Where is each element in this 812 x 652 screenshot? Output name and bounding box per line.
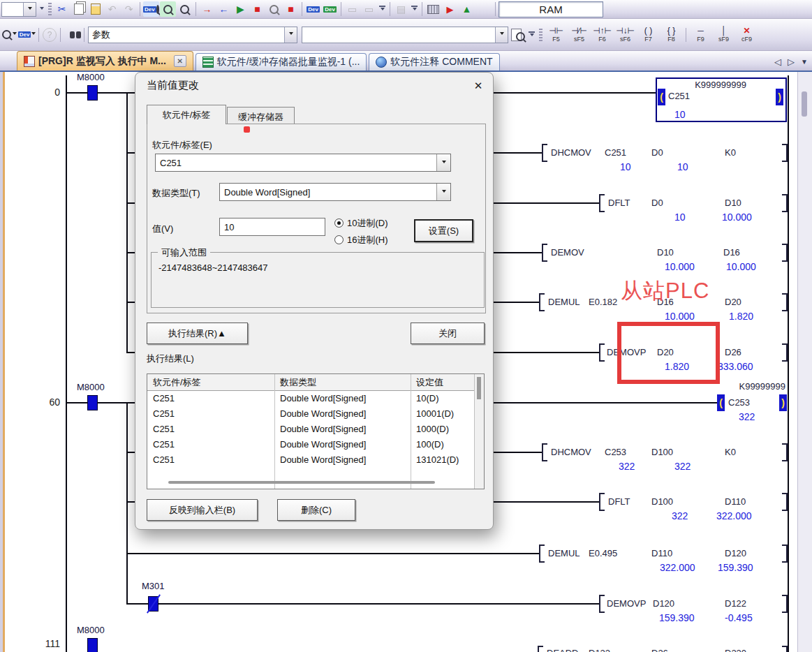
- redo-icon[interactable]: ↷: [121, 1, 137, 17]
- reflect-to-input-button[interactable]: 反映到输入栏(B): [147, 499, 258, 521]
- buffer-search-icon[interactable]: [177, 1, 193, 17]
- contact-m8000-on[interactable]: [87, 85, 98, 101]
- radio-hexadecimal-label[interactable]: 16进制(H): [347, 234, 388, 246]
- table-row[interactable]: C251Double Word[Signed]10(D): [147, 391, 474, 406]
- program-icon: [24, 56, 35, 67]
- table-horizontal-scrollbar[interactable]: [168, 481, 435, 484]
- tab-device-label[interactable]: 软元件/标签: [147, 105, 226, 124]
- toolbar-overflow[interactable]: [378, 2, 387, 16]
- monitor-value: 322: [674, 461, 691, 472]
- scrollbar-thumb[interactable]: [477, 377, 481, 399]
- tab-scroll-left-icon[interactable]: ◁: [774, 57, 781, 67]
- toolbar-overflow[interactable]: [527, 28, 536, 42]
- table-row[interactable]: C251Double Word[Signed]131021(D): [147, 452, 474, 468]
- table-row[interactable]: C251Double Word[Signed]1000(D): [147, 422, 474, 437]
- tab-close-icon[interactable]: ✕: [174, 55, 186, 67]
- jump-next-icon[interactable]: →: [199, 1, 215, 17]
- error-check-icon[interactable]: ▲: [459, 1, 475, 17]
- fkey-horizontal-line[interactable]: ─F9: [690, 22, 711, 48]
- undo-icon[interactable]: ↶: [104, 1, 120, 17]
- device-search-icon[interactable]: Dev: [143, 1, 159, 17]
- coil-close-paren: ): [776, 89, 783, 105]
- dropdown-button[interactable]: [495, 27, 508, 43]
- jump-prev-icon[interactable]: ←: [216, 1, 232, 17]
- rung-number: 111: [21, 638, 60, 649]
- tab-device-comment[interactable]: 软元件注释 COMMENT: [369, 53, 499, 71]
- toolbar-combo-stub[interactable]: [1, 2, 36, 17]
- table-vertical-scrollbar[interactable]: [474, 374, 484, 489]
- copy-icon[interactable]: [71, 1, 87, 17]
- execution-result-table[interactable]: 软元件/标签 数据类型 设定值 C251Double Word[Signed]1…: [147, 373, 485, 489]
- tool-dropdown-icon[interactable]: [1, 27, 17, 43]
- keyboard-icon[interactable]: [425, 1, 441, 17]
- fkey-delete-line[interactable]: ✕cF9: [736, 22, 758, 48]
- device-on-icon[interactable]: Dev: [305, 1, 321, 17]
- paste-icon[interactable]: [87, 1, 103, 17]
- tab-prg-monitor[interactable]: [PRG]R 监视写入 执行中 M... ✕: [17, 51, 193, 71]
- instr-operand: E0.495: [589, 548, 617, 558]
- device-combobox[interactable]: C251: [155, 154, 451, 172]
- datatype-combobox[interactable]: Double Word[Signed]: [219, 183, 451, 201]
- delete-button[interactable]: 删除(C): [277, 499, 355, 521]
- radio-decimal-label[interactable]: 10进制(D): [347, 217, 388, 230]
- table-row[interactable]: C251Double Word[Signed]100(D): [147, 437, 474, 452]
- tab-buffer-memory[interactable]: 缓冲存储器: [227, 107, 295, 124]
- column-header-datatype[interactable]: 数据类型: [274, 374, 411, 391]
- radio-hexadecimal[interactable]: [334, 235, 344, 244]
- help-icon[interactable]: ?: [43, 28, 57, 42]
- dropdown-button[interactable]: [436, 154, 450, 171]
- tab-list-icon[interactable]: ▼: [801, 58, 808, 66]
- fkey-application-instruction[interactable]: { }F8: [660, 22, 682, 48]
- fkey-close-contact[interactable]: ⊣∕⊢sF5: [568, 22, 590, 48]
- dropdown-button[interactable]: [436, 184, 450, 200]
- column-header-device[interactable]: 软元件/标签: [147, 374, 274, 391]
- comment-icon[interactable]: ▭: [344, 1, 360, 17]
- tab-device-batch-monitor[interactable]: 软元件/缓冲存储器批量监视-1 (...: [195, 53, 367, 71]
- set-button[interactable]: 设置(S): [414, 219, 473, 242]
- fkey-vertical-line[interactable]: │sF9: [713, 22, 735, 48]
- branch-tool-icon[interactable]: ▤: [393, 1, 409, 17]
- column-header-setvalue[interactable]: 设定值: [411, 374, 475, 391]
- ladder-scrollbar[interactable]: [797, 72, 812, 652]
- value-input[interactable]: 10: [219, 218, 325, 236]
- instr-operand: K0: [725, 447, 736, 457]
- dropdown-button[interactable]: [284, 27, 297, 43]
- dropdown-button[interactable]: [23, 3, 36, 16]
- find-target-combobox[interactable]: 参数: [88, 27, 297, 43]
- device-find-dropdown-icon[interactable]: Dev: [19, 27, 35, 43]
- fkey-pulse-contact[interactable]: ⊣↑⊢F6: [591, 22, 613, 48]
- fkey-open-contact[interactable]: ⊣⊢F5: [545, 22, 567, 48]
- contact-m8000-on[interactable]: [87, 638, 98, 652]
- tab-scroll-right-icon[interactable]: ▷: [788, 57, 795, 67]
- scrollbar-thumb[interactable]: [802, 91, 807, 117]
- memory-target-display[interactable]: RAM: [499, 1, 603, 17]
- dialog-close-button[interactable]: ✕: [469, 77, 487, 94]
- screen-search-icon[interactable]: [160, 1, 176, 17]
- table-row[interactable]: C251Double Word[Signed]10001(D): [147, 406, 474, 422]
- cut-icon[interactable]: ✂: [54, 1, 70, 17]
- instr-operand: D0: [651, 198, 663, 208]
- monitor-write-icon[interactable]: ■: [283, 1, 299, 17]
- device-off-icon[interactable]: Dev: [322, 1, 338, 17]
- find-binoculars-icon[interactable]: [64, 27, 80, 43]
- find-keyword-combobox[interactable]: [302, 27, 508, 43]
- monitor-value: 322.000: [716, 510, 752, 521]
- instr-operand: D26: [651, 648, 668, 652]
- fkey-pulse-close-contact[interactable]: ⊣↓⊢sF6: [614, 22, 636, 48]
- toolbar-overflow[interactable]: [410, 2, 419, 16]
- active-pane-border: [3, 72, 5, 652]
- execution-result-toggle-button[interactable]: 执行结果(R)▲: [147, 323, 248, 344]
- annotation-highlight-rect: [617, 322, 720, 384]
- run-icon[interactable]: ▶: [442, 1, 458, 17]
- monitor-stop-icon[interactable]: ■: [249, 1, 265, 17]
- comment-edit-icon[interactable]: ▭: [361, 1, 377, 17]
- page-search-icon[interactable]: [510, 27, 526, 43]
- monitor-start-icon[interactable]: ▶: [232, 1, 249, 17]
- toolbar-overflow[interactable]: [37, 2, 46, 16]
- contact-m8000-on[interactable]: [87, 395, 98, 410]
- monitor-value: 322: [739, 411, 755, 422]
- fkey-coil[interactable]: ( )F7: [637, 22, 659, 48]
- close-button[interactable]: 关闭: [411, 323, 485, 344]
- monitor-pause-icon[interactable]: [266, 1, 282, 17]
- radio-decimal[interactable]: [334, 218, 344, 228]
